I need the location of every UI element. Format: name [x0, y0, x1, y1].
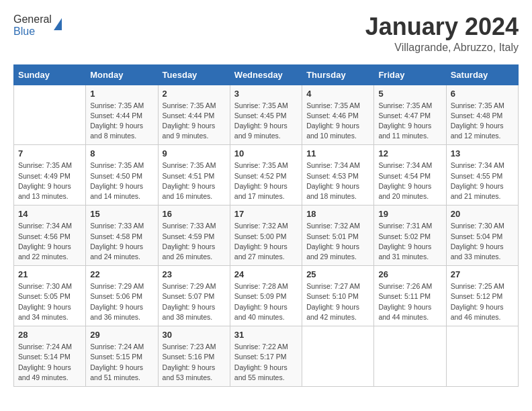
day-info: Sunrise: 7:35 AMSunset: 4:44 PMDaylight:… [163, 101, 226, 142]
day-number: 13 [451, 148, 514, 158]
day-info: Sunrise: 7:34 AMSunset: 4:56 PMDaylight:… [18, 221, 81, 262]
calendar-cell: 15Sunrise: 7:33 AMSunset: 4:58 PMDayligh… [86, 205, 158, 266]
day-info: Sunrise: 7:34 AMSunset: 4:54 PMDaylight:… [378, 161, 441, 201]
day-number: 5 [378, 89, 441, 99]
calendar-cell [302, 326, 374, 387]
calendar-week-row: 28Sunrise: 7:24 AMSunset: 5:14 PMDayligh… [14, 326, 519, 387]
weekday-header-thursday: Thursday [302, 64, 374, 85]
day-info: Sunrise: 7:32 AMSunset: 5:01 PMDaylight:… [306, 221, 369, 262]
day-number: 18 [306, 209, 369, 219]
calendar-title: January 2024 [365, 13, 519, 40]
logo-blue-text: Blue [13, 26, 35, 37]
calendar-cell: 16Sunrise: 7:33 AMSunset: 4:59 PMDayligh… [158, 205, 230, 266]
calendar-cell: 5Sunrise: 7:35 AMSunset: 4:47 PMDaylight… [374, 85, 446, 145]
calendar-subtitle: Villagrande, Abruzzo, Italy [365, 42, 519, 54]
calendar-week-row: 21Sunrise: 7:30 AMSunset: 5:05 PMDayligh… [14, 266, 519, 326]
day-info: Sunrise: 7:35 AMSunset: 4:48 PMDaylight:… [451, 101, 514, 142]
day-info: Sunrise: 7:25 AMSunset: 5:12 PMDaylight:… [451, 281, 514, 322]
calendar-cell: 8Sunrise: 7:35 AMSunset: 4:50 PMDaylight… [86, 145, 158, 205]
day-number: 6 [451, 89, 514, 99]
calendar-cell: 12Sunrise: 7:34 AMSunset: 4:54 PMDayligh… [374, 145, 446, 205]
day-info: Sunrise: 7:32 AMSunset: 5:00 PMDaylight:… [234, 221, 298, 262]
calendar-cell: 23Sunrise: 7:29 AMSunset: 5:07 PMDayligh… [158, 266, 230, 326]
calendar-cell [446, 326, 518, 387]
calendar-cell: 30Sunrise: 7:23 AMSunset: 5:16 PMDayligh… [158, 326, 230, 387]
day-info: Sunrise: 7:34 AMSunset: 4:55 PMDaylight:… [451, 161, 514, 201]
day-number: 10 [234, 148, 298, 158]
calendar-week-row: 7Sunrise: 7:35 AMSunset: 4:49 PMDaylight… [14, 145, 519, 205]
calendar-week-row: 14Sunrise: 7:34 AMSunset: 4:56 PMDayligh… [14, 205, 519, 266]
calendar-cell: 25Sunrise: 7:27 AMSunset: 5:10 PMDayligh… [302, 266, 374, 326]
day-info: Sunrise: 7:29 AMSunset: 5:06 PMDaylight:… [90, 281, 153, 322]
calendar-cell: 10Sunrise: 7:35 AMSunset: 4:52 PMDayligh… [230, 145, 302, 205]
calendar-cell: 11Sunrise: 7:34 AMSunset: 4:53 PMDayligh… [302, 145, 374, 205]
calendar-cell: 3Sunrise: 7:35 AMSunset: 4:45 PMDaylight… [230, 85, 302, 145]
title-block: January 2024 Villagrande, Abruzzo, Italy [365, 13, 519, 54]
calendar-cell: 13Sunrise: 7:34 AMSunset: 4:55 PMDayligh… [446, 145, 518, 205]
day-number: 3 [234, 89, 298, 99]
day-info: Sunrise: 7:35 AMSunset: 4:44 PMDaylight:… [90, 101, 153, 142]
day-number: 12 [378, 148, 441, 158]
calendar-cell [374, 326, 446, 387]
weekday-header-tuesday: Tuesday [158, 64, 230, 85]
calendar-cell: 20Sunrise: 7:30 AMSunset: 5:04 PMDayligh… [446, 205, 518, 266]
day-number: 25 [306, 269, 369, 279]
day-info: Sunrise: 7:33 AMSunset: 4:58 PMDaylight:… [90, 221, 153, 262]
day-info: Sunrise: 7:23 AMSunset: 5:16 PMDaylight:… [163, 342, 226, 383]
day-number: 21 [18, 269, 81, 279]
calendar-cell: 27Sunrise: 7:25 AMSunset: 5:12 PMDayligh… [446, 266, 518, 326]
weekday-header-saturday: Saturday [446, 64, 518, 85]
day-number: 28 [18, 330, 81, 340]
calendar-cell: 18Sunrise: 7:32 AMSunset: 5:01 PMDayligh… [302, 205, 374, 266]
day-info: Sunrise: 7:22 AMSunset: 5:17 PMDaylight:… [234, 342, 298, 383]
day-number: 7 [18, 148, 81, 158]
calendar-cell: 22Sunrise: 7:29 AMSunset: 5:06 PMDayligh… [86, 266, 158, 326]
day-info: Sunrise: 7:30 AMSunset: 5:04 PMDaylight:… [451, 221, 514, 262]
weekday-header-friday: Friday [374, 64, 446, 85]
day-info: Sunrise: 7:26 AMSunset: 5:11 PMDaylight:… [378, 281, 441, 322]
day-number: 9 [163, 148, 226, 158]
day-number: 14 [18, 209, 81, 219]
day-number: 1 [90, 89, 153, 99]
calendar-cell: 1Sunrise: 7:35 AMSunset: 4:44 PMDaylight… [86, 85, 158, 145]
page-header: General Blue January 2024 Villagrande, A… [13, 13, 519, 54]
calendar-cell: 6Sunrise: 7:35 AMSunset: 4:48 PMDaylight… [446, 85, 518, 145]
logo-general-text: General [13, 13, 52, 25]
day-number: 24 [234, 269, 298, 279]
calendar-cell: 31Sunrise: 7:22 AMSunset: 5:17 PMDayligh… [230, 326, 302, 387]
calendar-cell: 28Sunrise: 7:24 AMSunset: 5:14 PMDayligh… [14, 326, 86, 387]
logo-icon [54, 18, 62, 30]
calendar-body: 1Sunrise: 7:35 AMSunset: 4:44 PMDaylight… [14, 85, 519, 386]
logo: General Blue [13, 13, 62, 38]
day-number: 26 [378, 269, 441, 279]
day-number: 30 [163, 330, 226, 340]
weekday-header-row: SundayMondayTuesdayWednesdayThursdayFrid… [14, 64, 519, 85]
day-number: 4 [306, 89, 369, 99]
day-number: 16 [163, 209, 226, 219]
day-info: Sunrise: 7:35 AMSunset: 4:50 PMDaylight:… [90, 161, 153, 201]
day-number: 11 [306, 148, 369, 158]
day-info: Sunrise: 7:35 AMSunset: 4:47 PMDaylight:… [378, 101, 441, 142]
day-info: Sunrise: 7:30 AMSunset: 5:05 PMDaylight:… [18, 281, 81, 322]
calendar-cell [14, 85, 86, 145]
calendar-cell: 19Sunrise: 7:31 AMSunset: 5:02 PMDayligh… [374, 205, 446, 266]
calendar-week-row: 1Sunrise: 7:35 AMSunset: 4:44 PMDaylight… [14, 85, 519, 145]
day-number: 23 [163, 269, 226, 279]
day-info: Sunrise: 7:35 AMSunset: 4:46 PMDaylight:… [306, 101, 369, 142]
calendar-cell: 9Sunrise: 7:35 AMSunset: 4:51 PMDaylight… [158, 145, 230, 205]
day-info: Sunrise: 7:24 AMSunset: 5:14 PMDaylight:… [18, 342, 81, 383]
calendar-cell: 21Sunrise: 7:30 AMSunset: 5:05 PMDayligh… [14, 266, 86, 326]
calendar-cell: 17Sunrise: 7:32 AMSunset: 5:00 PMDayligh… [230, 205, 302, 266]
day-info: Sunrise: 7:35 AMSunset: 4:51 PMDaylight:… [163, 161, 226, 201]
day-info: Sunrise: 7:28 AMSunset: 5:09 PMDaylight:… [234, 281, 298, 322]
day-number: 17 [234, 209, 298, 219]
day-info: Sunrise: 7:35 AMSunset: 4:49 PMDaylight:… [18, 161, 81, 201]
calendar-cell: 7Sunrise: 7:35 AMSunset: 4:49 PMDaylight… [14, 145, 86, 205]
day-number: 2 [163, 89, 226, 99]
weekday-header-monday: Monday [86, 64, 158, 85]
day-number: 29 [90, 330, 153, 340]
calendar-cell: 29Sunrise: 7:24 AMSunset: 5:15 PMDayligh… [86, 326, 158, 387]
calendar-cell: 24Sunrise: 7:28 AMSunset: 5:09 PMDayligh… [230, 266, 302, 326]
day-info: Sunrise: 7:35 AMSunset: 4:45 PMDaylight:… [234, 101, 298, 142]
calendar-cell: 2Sunrise: 7:35 AMSunset: 4:44 PMDaylight… [158, 85, 230, 145]
